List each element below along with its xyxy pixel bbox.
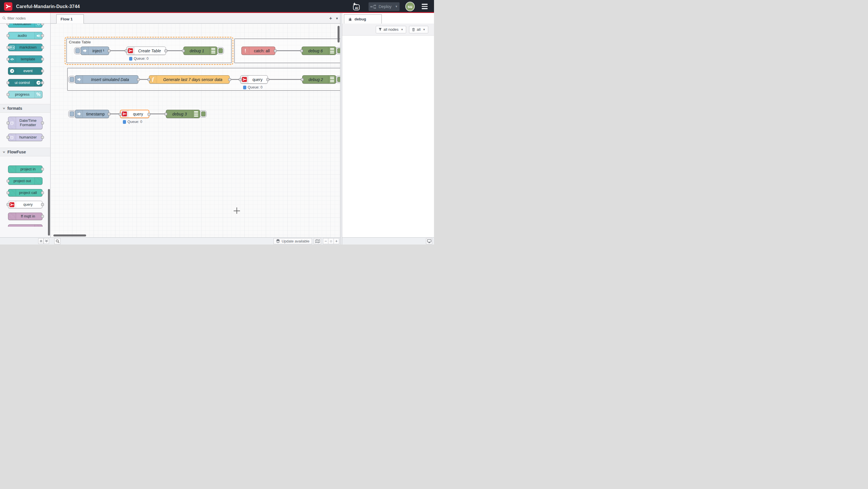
input-port[interactable] <box>125 50 128 52</box>
wire[interactable] <box>166 50 183 51</box>
zoom-reset-button[interactable]: ○ <box>329 238 334 244</box>
tab-flow-1[interactable]: Flow 1 <box>56 15 84 24</box>
expand-sidebar-button[interactable] <box>426 238 432 244</box>
flow-node-insert-simulated-data[interactable]: Insert simulated Data <box>75 75 138 84</box>
canvas-horizontal-scrollbar[interactable] <box>53 234 86 236</box>
input-port[interactable] <box>239 78 242 81</box>
double-chevron-down-icon <box>45 239 48 243</box>
sidebar-resize-handle[interactable] <box>340 13 342 244</box>
debug-filter-button[interactable]: all nodes ▼ <box>376 26 406 33</box>
input-port[interactable] <box>164 113 167 115</box>
user-avatar[interactable]: su <box>405 2 415 11</box>
expand-all-categories-button[interactable] <box>43 238 49 244</box>
palette-node-label: query <box>8 201 42 208</box>
palette-node-audio[interactable]: audio <box>8 32 42 39</box>
wire[interactable] <box>275 50 302 51</box>
output-port[interactable] <box>228 78 231 81</box>
inject-trigger-button[interactable] <box>68 76 75 83</box>
palette-node-ff-mqtt-in[interactable]: ff mqtt in <box>8 212 42 220</box>
palette-node-progress[interactable]: %progress <box>8 91 42 98</box>
debug-toggle-button[interactable] <box>336 47 340 54</box>
input-port[interactable] <box>182 50 185 52</box>
input-port[interactable] <box>301 78 304 81</box>
output-port[interactable] <box>267 78 269 81</box>
deploy-button[interactable]: Deploy ▼ <box>369 2 400 11</box>
tab-debug[interactable]: debug <box>344 15 382 24</box>
bug-icon <box>348 17 352 21</box>
palette-node-project-in[interactable]: project in <box>8 166 42 173</box>
flow-node-debug-1[interactable]: debug 1 <box>183 47 217 55</box>
debug-toggle-button[interactable] <box>199 110 207 117</box>
flow-node-debug-3[interactable]: debug 3 <box>166 110 200 118</box>
palette-category-flowfuse[interactable]: ˅FlowFuse <box>0 148 50 156</box>
output-port <box>41 121 44 124</box>
palette-node-query[interactable]: query <box>8 201 42 208</box>
output-port <box>41 191 44 194</box>
debug-toggle-button[interactable] <box>217 47 224 54</box>
output-port[interactable] <box>107 50 111 52</box>
palette-scroll-area[interactable]: notificationaudiomarkdown</>templateeven… <box>0 24 50 227</box>
palette-node-humanizer[interactable]: humanizer <box>8 134 42 141</box>
header: Careful-Mandarin-Duck-3744 AI Deploy ▼ s… <box>0 0 434 13</box>
palette-scrollbar[interactable] <box>48 189 50 236</box>
update-available-button[interactable]: Update available <box>274 238 312 244</box>
palette-node-ff-mqtt-out[interactable]: ff mqtt out <box>8 224 42 227</box>
palette-node-ui-control[interactable]: ui control <box>8 79 42 86</box>
output-port[interactable] <box>137 78 140 81</box>
flow-canvas[interactable]: Create Tableinject ¹Create Tabledebug 1!… <box>51 24 340 237</box>
palette-node-template[interactable]: </>template <box>8 55 42 63</box>
palette-node-markdown[interactable]: markdown <box>8 44 42 51</box>
palette-category-formats[interactable]: ˅formats <box>0 104 50 113</box>
input-port <box>7 203 9 206</box>
navigator-button[interactable] <box>314 238 321 244</box>
input-port[interactable] <box>300 50 303 52</box>
canvas-vertical-scrollbar[interactable] <box>338 26 340 42</box>
main-menu-icon[interactable] <box>422 4 428 9</box>
wire[interactable] <box>109 50 126 51</box>
palette-node-project-call[interactable]: project call <box>8 189 42 197</box>
palette-filter-input[interactable] <box>7 16 45 20</box>
flow-node-create-table[interactable]: Create Table <box>126 47 166 55</box>
deploy-caret-icon[interactable]: ▼ <box>395 5 398 8</box>
flow-node-debug-2[interactable]: debug 2 <box>302 75 336 84</box>
input-port[interactable] <box>148 78 150 81</box>
flow-node-generate-last-7-days-sensor-data[interactable]: ƒGenerate last 7 days sensor data <box>149 75 229 84</box>
status-dot-icon <box>129 57 132 61</box>
output-port[interactable] <box>274 50 277 52</box>
crosshair-cursor <box>234 210 240 211</box>
collapse-all-categories-button[interactable] <box>38 238 43 244</box>
debug-toggle-button[interactable] <box>336 76 340 83</box>
palette-node-date-time-formatter[interactable]: Date/Time Formatter <box>8 117 42 129</box>
flow-list-caret-icon[interactable]: ▼ <box>334 15 340 22</box>
zoom-out-button[interactable]: − <box>323 238 329 244</box>
ai-assistant-button[interactable]: AI <box>352 2 360 11</box>
output-port[interactable] <box>148 113 150 116</box>
deploy-nodes-icon <box>370 4 376 9</box>
palette-node-notification[interactable]: notification <box>8 24 42 28</box>
wire[interactable] <box>109 114 120 114</box>
output-port[interactable] <box>107 113 111 115</box>
flow-node-query[interactable]: query <box>120 110 149 118</box>
palette-node-project-out[interactable]: project out <box>8 177 42 185</box>
inject-trigger-button[interactable] <box>68 110 75 117</box>
output-port[interactable] <box>164 50 167 52</box>
input-port <box>7 93 9 96</box>
palette-node-event[interactable]: event <box>8 67 42 75</box>
flow-node-timestamp[interactable]: timestamp <box>75 110 109 118</box>
input-port[interactable] <box>119 113 122 116</box>
zoom-in-button[interactable]: + <box>334 238 339 244</box>
inject-trigger-button[interactable] <box>74 47 81 54</box>
add-flow-button[interactable]: + <box>328 15 334 22</box>
palette-node-label: ui control <box>8 79 42 86</box>
flow-node-inject[interactable]: inject ¹ <box>81 47 109 55</box>
input-port <box>7 24 9 25</box>
wire[interactable] <box>149 114 166 114</box>
flow-node-debug-6[interactable]: debug 6 <box>302 47 336 55</box>
flow-node-query[interactable]: query <box>240 75 268 84</box>
debug-clear-button[interactable]: all ▼ <box>409 26 428 33</box>
palette-search[interactable] <box>0 13 50 24</box>
flow-node-catch-all[interactable]: !catch: all <box>241 47 275 55</box>
status-dot-icon <box>123 120 126 124</box>
wire[interactable] <box>268 79 302 80</box>
canvas-search-button[interactable] <box>54 238 61 244</box>
